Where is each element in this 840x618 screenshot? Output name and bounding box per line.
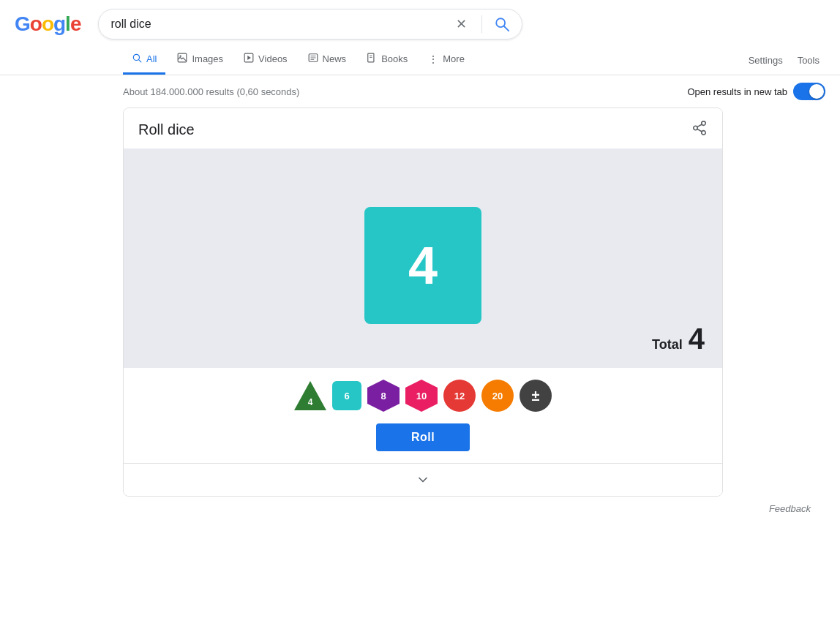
svg-point-5: [180, 56, 181, 57]
dice-option-d12[interactable]: 12: [443, 380, 476, 412]
dice-option-custom[interactable]: ±: [520, 380, 552, 412]
tools-link[interactable]: Tools: [792, 48, 825, 73]
nav-tabs: All Images Videos News Books ⋮ More Sett…: [0, 39, 840, 75]
dice-option-d8[interactable]: 8: [367, 380, 400, 412]
all-icon: [132, 53, 142, 65]
widget-title: Roll dice: [138, 121, 195, 138]
search-divider: [481, 15, 482, 33]
settings-link[interactable]: Settings: [743, 48, 789, 73]
svg-marker-7: [247, 56, 251, 60]
tab-videos[interactable]: Videos: [235, 45, 296, 75]
news-icon: [308, 53, 318, 65]
videos-icon: [244, 53, 254, 65]
custom-label: ±: [532, 388, 540, 404]
widget-header: Roll dice: [124, 108, 722, 148]
more-icon: ⋮: [428, 53, 438, 65]
svg-line-19: [697, 129, 702, 132]
roll-section: Roll: [124, 423, 722, 463]
total-label: Total: [652, 337, 683, 353]
results-count: About 184.000.000 results (0,60 seconds): [123, 86, 299, 97]
dice-option-d4[interactable]: 4: [294, 380, 326, 412]
tab-all[interactable]: All: [123, 45, 165, 75]
tab-more-label: More: [443, 53, 465, 64]
chevron-down-icon: [416, 472, 430, 487]
search-input[interactable]: roll dice: [110, 18, 447, 31]
feedback-bar: Feedback: [246, 497, 825, 520]
dice-value: 4: [408, 235, 438, 295]
search-clear-button[interactable]: ✕: [453, 16, 470, 32]
dice-option-d6[interactable]: 6: [332, 381, 361, 410]
dice-widget: Roll dice 4 Total 4: [123, 108, 723, 497]
dice-face[interactable]: 4: [364, 207, 481, 324]
tab-books-label: Books: [381, 53, 408, 64]
header: Google roll dice ✕: [0, 0, 840, 39]
books-icon: [367, 53, 377, 65]
d4-label: 4: [308, 397, 313, 407]
share-button[interactable]: [691, 120, 708, 140]
d6-label: 6: [344, 391, 349, 402]
search-bar: roll dice ✕: [98, 9, 522, 39]
tab-images-label: Images: [192, 53, 223, 64]
new-tab-toggle-container: Open results in new tab: [687, 83, 825, 100]
tab-more[interactable]: ⋮ More: [419, 46, 473, 75]
svg-line-1: [504, 26, 509, 31]
new-tab-label: Open results in new tab: [687, 86, 787, 97]
roll-button[interactable]: Roll: [376, 423, 470, 451]
search-submit-button[interactable]: [494, 16, 510, 32]
total-value: 4: [689, 324, 705, 353]
d10-label: 10: [416, 391, 427, 402]
tab-news[interactable]: News: [299, 45, 356, 75]
dice-total: Total 4: [652, 324, 705, 353]
dice-option-d20[interactable]: 20: [481, 380, 514, 412]
svg-point-15: [702, 121, 706, 126]
new-tab-toggle[interactable]: [793, 83, 825, 100]
svg-point-16: [694, 126, 698, 130]
search-icon: [494, 16, 510, 32]
feedback-link[interactable]: Feedback: [769, 503, 811, 514]
tab-videos-label: Videos: [258, 53, 288, 64]
results-bar: About 184.000.000 results (0,60 seconds)…: [0, 75, 840, 108]
tab-images[interactable]: Images: [168, 45, 232, 75]
d12-label: 12: [454, 391, 465, 402]
d20-label: 20: [492, 391, 503, 402]
svg-line-3: [138, 59, 141, 62]
images-icon: [177, 53, 187, 65]
widget-expand-button[interactable]: [124, 463, 722, 496]
d8-label: 8: [380, 391, 386, 402]
svg-point-17: [702, 131, 706, 135]
tab-all-label: All: [146, 53, 157, 64]
tab-books[interactable]: Books: [358, 45, 416, 75]
google-logo[interactable]: Google: [15, 12, 80, 36]
svg-rect-12: [368, 53, 374, 62]
dice-display-area[interactable]: 4 Total 4: [124, 148, 722, 368]
share-icon: [691, 120, 708, 136]
dice-option-d10[interactable]: 10: [405, 380, 438, 412]
main-content: Roll dice 4 Total 4: [0, 108, 840, 520]
tab-news-label: News: [323, 53, 347, 64]
svg-line-18: [697, 124, 702, 127]
dice-selector: 4 6 8 10 12 20 ±: [124, 368, 722, 423]
